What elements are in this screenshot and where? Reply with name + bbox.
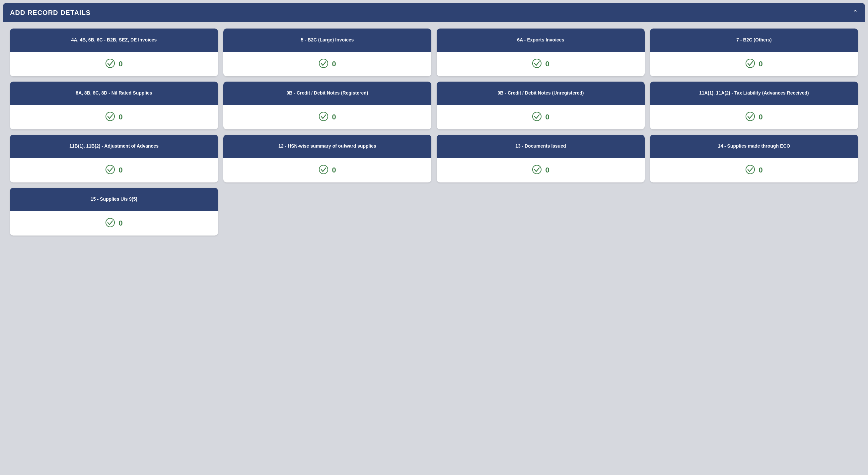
svg-point-9 — [319, 165, 328, 174]
card-card-11b[interactable]: 11B(1), 11B(2) - Adjustment of Advances0 — [10, 135, 218, 183]
card-card-4a[interactable]: 4A, 4B, 6B, 6C - B2B, SEZ, DE Invoices0 — [10, 29, 218, 76]
card-count: 0 — [119, 113, 122, 121]
card-card-13[interactable]: 13 - Documents Issued0 — [437, 135, 645, 183]
check-circle-icon — [318, 164, 329, 176]
card-body: 0 — [437, 105, 645, 129]
svg-point-5 — [319, 112, 328, 121]
card-card-6a[interactable]: 6A - Exports Invoices0 — [437, 29, 645, 76]
card-body: 0 — [437, 52, 645, 76]
card-count: 0 — [758, 166, 763, 175]
check-circle-icon — [105, 164, 115, 176]
card-title: 13 - Documents Issued — [437, 135, 645, 158]
check-circle-icon — [532, 164, 542, 176]
card-body: 0 — [650, 52, 858, 76]
check-circle-icon — [318, 112, 329, 123]
card-card-15[interactable]: 15 - Supplies U/s 9(5)0 — [10, 188, 218, 235]
card-count: 0 — [332, 166, 336, 175]
check-circle-icon — [105, 218, 115, 229]
check-circle-icon — [745, 58, 755, 70]
card-count: 0 — [758, 113, 763, 121]
chevron-up-icon[interactable]: ⌃ — [852, 9, 858, 17]
card-title: 11A(1), 11A(2) - Tax Liability (Advances… — [650, 82, 858, 105]
card-count: 0 — [758, 60, 763, 68]
card-count: 0 — [119, 60, 122, 68]
card-title: 9B - Credit / Debit Notes (Registered) — [223, 82, 431, 105]
card-body: 0 — [10, 158, 218, 183]
svg-point-7 — [746, 112, 754, 121]
card-card-12[interactable]: 12 - HSN-wise summary of outward supplie… — [223, 135, 431, 183]
card-count: 0 — [545, 113, 549, 121]
svg-point-3 — [746, 59, 754, 68]
card-body: 0 — [223, 52, 431, 76]
card-title: 4A, 4B, 6B, 6C - B2B, SEZ, DE Invoices — [10, 29, 218, 52]
svg-point-8 — [106, 165, 115, 174]
card-body: 0 — [10, 105, 218, 129]
card-title: 8A, 8B, 8C, 8D - Nil Rated Supplies — [10, 82, 218, 105]
card-title: 15 - Supplies U/s 9(5) — [10, 188, 218, 211]
card-card-14[interactable]: 14 - Supplies made through ECO0 — [650, 135, 858, 183]
card-body: 0 — [223, 158, 431, 183]
card-body: 0 — [650, 158, 858, 183]
svg-point-1 — [319, 59, 328, 68]
card-card-9b-reg[interactable]: 9B - Credit / Debit Notes (Registered)0 — [223, 82, 431, 129]
card-count: 0 — [332, 113, 336, 121]
card-title: 7 - B2C (Others) — [650, 29, 858, 52]
svg-point-10 — [532, 165, 541, 174]
svg-point-11 — [746, 165, 754, 174]
card-count: 0 — [545, 166, 549, 175]
card-count: 0 — [332, 60, 336, 68]
card-count: 0 — [545, 60, 549, 68]
svg-point-6 — [532, 112, 541, 121]
card-count: 0 — [119, 219, 122, 227]
card-card-7[interactable]: 7 - B2C (Others)0 — [650, 29, 858, 76]
card-title: 11B(1), 11B(2) - Adjustment of Advances — [10, 135, 218, 158]
card-body: 0 — [10, 211, 218, 235]
card-body: 0 — [223, 105, 431, 129]
cards-grid: 4A, 4B, 6B, 6C - B2B, SEZ, DE Invoices05… — [3, 22, 865, 242]
main-container: ADD RECORD DETAILS ⌃ 4A, 4B, 6B, 6C - B2… — [3, 3, 865, 242]
card-title: 9B - Credit / Debit Notes (Unregistered) — [437, 82, 645, 105]
check-circle-icon — [318, 58, 329, 70]
card-card-8a[interactable]: 8A, 8B, 8C, 8D - Nil Rated Supplies0 — [10, 82, 218, 129]
card-body: 0 — [650, 105, 858, 129]
card-title: 12 - HSN-wise summary of outward supplie… — [223, 135, 431, 158]
card-title: 14 - Supplies made through ECO — [650, 135, 858, 158]
svg-point-4 — [106, 112, 115, 121]
card-title: 5 - B2C (Large) Invoices — [223, 29, 431, 52]
page-title: ADD RECORD DETAILS — [10, 9, 91, 17]
svg-point-2 — [532, 59, 541, 68]
card-card-11a[interactable]: 11A(1), 11A(2) - Tax Liability (Advances… — [650, 82, 858, 129]
check-circle-icon — [532, 112, 542, 123]
check-circle-icon — [532, 58, 542, 70]
card-card-9b-unreg[interactable]: 9B - Credit / Debit Notes (Unregistered)… — [437, 82, 645, 129]
check-circle-icon — [105, 112, 115, 123]
check-circle-icon — [745, 164, 755, 176]
card-count: 0 — [119, 166, 122, 175]
header-bar: ADD RECORD DETAILS ⌃ — [3, 3, 865, 22]
card-card-5[interactable]: 5 - B2C (Large) Invoices0 — [223, 29, 431, 76]
card-title: 6A - Exports Invoices — [437, 29, 645, 52]
check-circle-icon — [105, 58, 115, 70]
card-body: 0 — [10, 52, 218, 76]
card-body: 0 — [437, 158, 645, 183]
check-circle-icon — [745, 112, 755, 123]
svg-point-0 — [106, 59, 115, 68]
svg-point-12 — [106, 218, 115, 227]
